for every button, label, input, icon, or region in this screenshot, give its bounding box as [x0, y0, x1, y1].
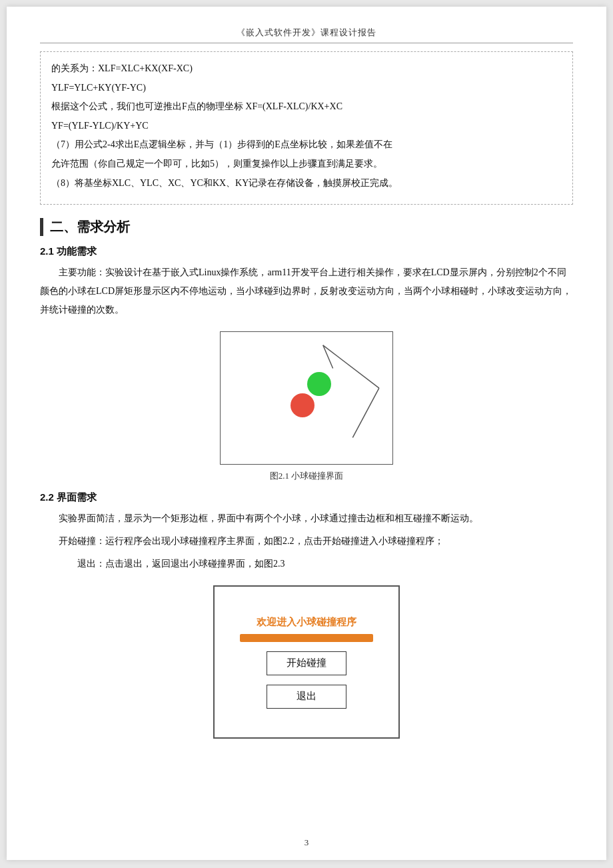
content-line-5: （7）用公式2-4求出E点逻辑坐标，并与（1）步得到的E点坐标比较，如果差值不在 [51, 136, 562, 154]
figure1-caption: 图2.1 小球碰撞界面 [270, 470, 344, 482]
ball-diagram [220, 331, 393, 465]
sub22-body2: 开始碰撞：运行程序会出现小球碰撞程序主界面，如图2.2，点击开始碰撞进入小球碰撞… [40, 532, 573, 551]
svg-line-1 [352, 388, 379, 437]
page-header: 《嵌入式软件开发》课程设计报告 [40, 27, 573, 43]
content-box: 的关系为：XLF=XLC+KX(XF-XC) YLF=YLC+KY(YF-YC)… [40, 51, 573, 205]
svg-line-0 [323, 345, 379, 388]
content-line-6: 允许范围（你自己规定一个即可，比如5），则重复操作以上步骤直到满足要求。 [51, 155, 562, 173]
ui-mockup: 欢迎进入小球碰撞程序 开始碰撞 退出 [213, 585, 400, 739]
header-title: 《嵌入式软件开发》课程设计报告 [237, 27, 376, 37]
content-line-1: 的关系为：XLF=XLC+KX(XF-XC) [51, 60, 562, 78]
sub22-body1: 实验界面简洁，显示为一个矩形边框，界面中有两个个小球，小球通过撞击边框和相互碰撞… [40, 509, 573, 528]
page-number: 3 [7, 837, 606, 848]
figure1-container: 图2.1 小球碰撞界面 [40, 331, 573, 482]
content-line-7: （8）将基坐标XLC、YLC、XC、YC和KX、KY记录在存储设备，触摸屏校正完… [51, 175, 562, 193]
figure2-container: 欢迎进入小球碰撞程序 开始碰撞 退出 [40, 585, 573, 739]
sub21-title: 2.1 功能需求 [40, 245, 573, 258]
content-line-4: YF=(YLF-YLC)/KY+YC [51, 117, 562, 135]
sub21-body: 主要功能：实验设计在基于嵌入式Linux操作系统，arm11开发平台上进行相关操… [40, 263, 573, 319]
ui-mockup-title: 欢迎进入小球碰撞程序 [257, 616, 356, 629]
content-line-2: YLF=YLC+KY(YF-YC) [51, 79, 562, 97]
section2-title: 二、需求分析 [40, 218, 573, 236]
sub22-body3: 退出：点击退出，返回退出小球碰撞界面，如图2.3 [40, 555, 573, 573]
page: 《嵌入式软件开发》课程设计报告 的关系为：XLF=XLC+KX(XF-XC) Y… [7, 7, 606, 860]
ui-mockup-bar [240, 634, 373, 642]
content-line-3: 根据这个公式，我们也可逆推出F点的物理坐标 XF=(XLF-XLC)/KX+XC [51, 98, 562, 116]
start-button[interactable]: 开始碰撞 [267, 651, 346, 675]
ball-red [291, 393, 314, 417]
exit-button[interactable]: 退出 [267, 685, 346, 709]
ball-green [307, 372, 331, 396]
sub22-title: 2.2 界面需求 [40, 491, 573, 504]
